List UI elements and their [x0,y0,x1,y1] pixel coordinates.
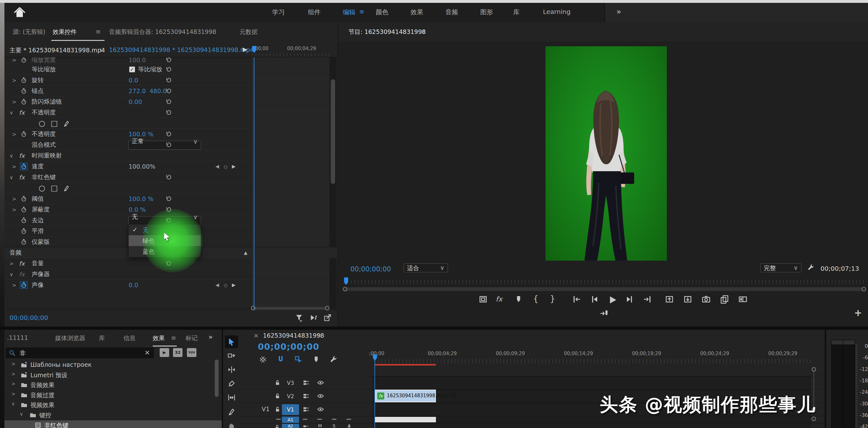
project-tab-1[interactable]: .11111 [7,334,28,341]
step-back-icon[interactable] [590,294,599,304]
workspace-tab-1[interactable]: 学习 [272,8,285,17]
ec-row-masks[interactable]: ○□ [4,182,255,193]
ec-row-value[interactable]: 100.00% [129,163,156,170]
program-horizontal-scrollbar[interactable] [343,286,866,292]
track-lock-icon[interactable] [274,379,281,387]
ec-row-速度[interactable]: >速度100.00%◀◇▶ [4,161,255,172]
track-output-icon[interactable] [317,405,324,413]
program-panel-menu-icon[interactable]: ≡ [420,28,425,35]
effects-search-box[interactable]: 非 × [6,347,154,358]
ec-row-屏蔽度[interactable]: >屏蔽度0.0 % [4,204,255,215]
reset-icon[interactable] [165,66,172,73]
play-icon[interactable] [607,294,618,305]
stopwatch-icon[interactable] [20,77,27,84]
ec-row-value[interactable]: 100.0 [129,56,146,63]
ec-row-chevron-icon[interactable]: > [12,77,16,83]
tree-chevron-icon[interactable]: > [11,391,16,397]
master-clip-chevron-icon[interactable]: ∨ [99,46,104,53]
stopwatch-icon[interactable] [20,163,27,170]
mask-pen-icon[interactable] [63,119,70,127]
stopwatch-icon[interactable] [20,98,27,105]
linked-selection-icon[interactable] [294,355,303,364]
timeline-video-clip[interactable]: fx 1625309414831998.mp4 [V] [375,390,436,402]
effect-controls-panel-menu-icon[interactable]: ≡ [96,28,101,35]
export-frame-icon[interactable] [701,294,711,304]
tree-item-音频效果[interactable]: >音频效果 [4,380,222,390]
reset-icon[interactable] [165,206,172,213]
add-marker-icon[interactable] [312,355,320,364]
track-lock-icon[interactable] [274,405,281,413]
ec-row-value[interactable]: 0.0 % [129,206,146,213]
extract-icon[interactable] [683,294,692,304]
tree-item-Lumetri 预设[interactable]: >Lumetri 预设 [4,370,222,380]
keyframe-prev-icon[interactable]: ◀ [215,164,219,169]
workspace-tab-3[interactable]: 编辑 [343,8,355,17]
source-patch-label[interactable]: V1 [262,405,270,412]
workspace-tab-6[interactable]: 音频 [445,8,458,17]
master-clip-label[interactable]: 主要 * 1625309414831998.mp4 [9,46,105,55]
ec-row-chevron-icon[interactable]: ∨ [9,153,13,159]
hand-tool[interactable] [225,419,238,428]
track-output-icon[interactable] [317,392,324,400]
ec-row-value[interactable]: 0.0 [129,77,138,84]
snap-icon[interactable] [276,355,285,364]
project-tab-3[interactable]: 库 [99,334,105,342]
ec-row-value2[interactable]: 480.0 [150,87,167,94]
ec-row-value[interactable]: 272.0 [129,87,146,94]
mask-rect-icon[interactable]: □ [51,183,58,193]
ec-row-chevron-icon[interactable]: > [12,57,16,63]
workspace-tab-7[interactable]: 图形 [480,8,493,17]
workspace-tab-8[interactable]: 库 [513,8,520,17]
track-content-bg[interactable] [373,376,811,390]
tree-item-Шаблоны настроек[interactable]: >Шаблоны настроек [4,360,222,370]
reset-icon[interactable] [165,195,172,202]
ec-timecode[interactable]: 00;00;00;00 [9,314,48,321]
pen-tool[interactable] [225,405,238,418]
track-target-A2[interactable]: A2 [282,424,299,428]
tab-metadata[interactable]: 元数据 [240,28,257,36]
timeline-ruler-ticks[interactable] [375,359,812,363]
workspace-tab-5[interactable]: 效果 [410,8,423,17]
ec-row-masks[interactable]: ○□ [4,118,255,129]
program-fit-dropdown[interactable]: 适合∨ [404,263,448,272]
tree-chevron-icon[interactable]: > [11,371,16,377]
track-target-V3[interactable]: V3 [282,378,299,389]
stopwatch-icon[interactable] [20,238,27,246]
header-play-icon[interactable]: ▶ [243,46,247,53]
comparison-view-icon[interactable] [738,294,748,304]
keyframe-add-icon[interactable]: ◇ [224,282,227,288]
project-tabs-overflow-button[interactable]: » [209,333,213,341]
mask-ellipse-icon[interactable]: ○ [39,183,45,193]
sync-lock-icon[interactable] [302,392,310,400]
program-settings-wrench-icon[interactable] [807,263,815,272]
ec-row-不透明度[interactable]: >不透明度100.0 % [4,129,255,140]
ec-horizontal-scrollbar[interactable] [251,306,330,311]
ec-row-chevron-icon[interactable]: > [12,164,16,170]
reset-icon[interactable] [165,87,172,94]
tab-source[interactable]: 源: (无剪辑) [13,28,45,36]
yuv-effects-filter-icon[interactable]: YUV [187,348,196,357]
panel-divider-horizontal[interactable] [0,326,868,330]
filter-properties-icon[interactable] [294,313,304,322]
workspace-tab-2[interactable]: 组件 [308,8,320,17]
track-lock-icon[interactable] [274,424,281,428]
lift-icon[interactable] [664,294,674,304]
a1-content-bg[interactable] [373,416,811,423]
workspace-tab-4[interactable]: 颜色 [376,8,389,17]
solo-button[interactable]: S [333,423,336,428]
ec-row-chevron-icon[interactable]: > [12,196,16,202]
reset-icon[interactable] [165,77,172,84]
sync-lock-icon[interactable] [302,405,310,413]
project-tab-5[interactable]: 效果 [153,334,165,342]
keyframe-next-icon[interactable]: ▶ [232,164,236,169]
reset-icon[interactable] [165,131,172,138]
program-ruler[interactable] [344,280,865,284]
track-target-A1[interactable]: A1 [282,417,299,423]
ec-row-chevron-icon[interactable]: ∨ [9,110,13,116]
tree-item-音频过渡[interactable]: >音频过渡 [4,390,222,400]
ec-row-chevron-icon[interactable]: > [9,261,13,267]
timeline-settings-icon[interactable] [329,355,338,364]
reset-icon[interactable] [165,217,172,224]
uniform-scale-checkbox[interactable]: ✓ [129,66,135,72]
ec-row-chevron-icon[interactable]: ∨ [9,174,13,180]
